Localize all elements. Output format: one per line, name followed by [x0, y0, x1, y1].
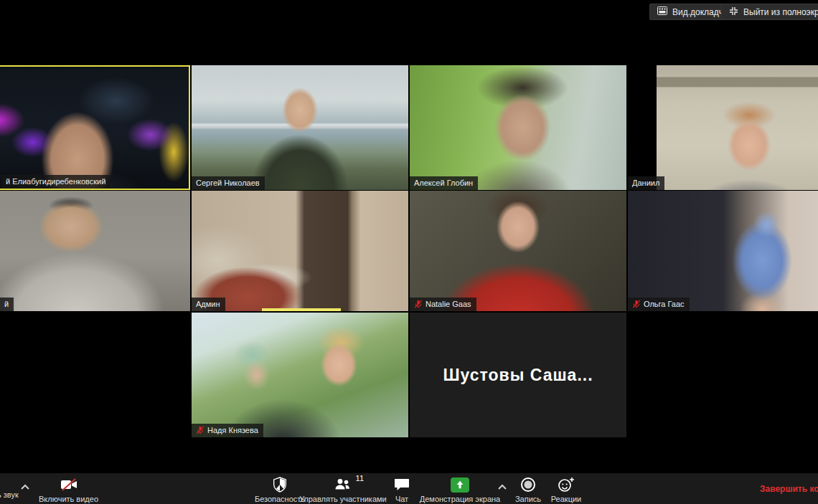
participant-name: й	[4, 300, 9, 308]
mute-label: ь звук	[0, 490, 19, 499]
participant-name: Сергей Николаев	[196, 179, 260, 187]
participant-name-label: Сергей Николаев	[192, 176, 265, 190]
record-label: Запись	[515, 495, 541, 503]
participant-name: Ольга Гаас	[644, 300, 685, 308]
shield-icon	[273, 476, 287, 493]
video-tile[interactable]: Алексей Глобин	[410, 65, 626, 190]
share-options-chevron[interactable]	[497, 480, 507, 493]
exit-fullscreen-label: Выйти из полноэкранного	[743, 7, 818, 17]
zoom-meeting-window: Вид.докладчика Выйти из полноэкранного й…	[0, 0, 818, 504]
speaker-view-icon	[657, 6, 667, 17]
participant-name-label: й	[0, 298, 14, 311]
record-icon	[520, 476, 536, 493]
video-off-icon	[60, 476, 78, 493]
participant-name-label: Алексей Глобин	[410, 176, 478, 190]
video-tile-no-video[interactable]: Шустовы Саша...	[410, 313, 626, 437]
participant-name: Шустовы Саша...	[410, 313, 626, 437]
exit-fullscreen-icon	[729, 6, 738, 18]
reactions-label: Реакции	[551, 495, 582, 503]
exit-fullscreen-button[interactable]: Выйти из полноэкранного	[721, 4, 818, 20]
video-tile[interactable]: й	[0, 191, 190, 311]
video-tile[interactable]: Даниил	[628, 65, 818, 190]
mute-button[interactable]: ь звук	[0, 489, 19, 499]
share-screen-button[interactable]: Демонстрация экрана	[413, 476, 507, 503]
participant-name-label: Даниил	[628, 176, 664, 190]
reactions-icon	[558, 476, 575, 493]
participant-name: Алексей Глобин	[414, 179, 473, 187]
muted-mic-icon	[196, 426, 204, 434]
participants-icon: 11	[334, 476, 352, 493]
video-tile[interactable]: Админ	[192, 191, 408, 311]
share-screen-label: Демонстрация экрана	[420, 495, 500, 503]
participant-name-label: Надя Князева	[192, 424, 263, 437]
video-tile[interactable]: Сергей Николаев	[192, 65, 408, 190]
participant-name: Natalie Gaas	[426, 300, 471, 308]
active-audio-indicator	[262, 308, 341, 311]
participant-name: й Елиабугидиребенковский	[6, 177, 105, 186]
muted-mic-icon	[632, 300, 641, 308]
video-tile[interactable]: Natalie Gaas	[410, 191, 626, 311]
chat-label: Чат	[395, 495, 408, 503]
video-tile[interactable]: Надя Князева	[192, 313, 408, 437]
manage-participants-label: Управлять участниками	[299, 495, 386, 503]
participant-name-label: й Елиабугидиребенковский	[1, 175, 111, 189]
participant-name-label: Админ	[192, 298, 225, 311]
participant-name: Админ	[196, 300, 220, 308]
video-tile[interactable]: Ольга Гаас	[628, 191, 818, 311]
participant-name-label: Natalie Gaas	[410, 298, 476, 311]
meeting-toolbar: ь звук Включить видео Безопасность 11 Уп…	[0, 473, 818, 504]
record-button[interactable]: Запись	[507, 476, 550, 503]
share-screen-icon	[451, 476, 469, 493]
participants-count: 11	[356, 474, 364, 482]
participant-name: Надя Князева	[207, 426, 258, 434]
mute-options-chevron[interactable]	[20, 480, 30, 493]
muted-mic-icon	[414, 300, 423, 308]
start-video-label: Включить видео	[39, 495, 98, 503]
chat-icon	[394, 476, 410, 493]
participant-name-label: Ольга Гаас	[628, 298, 690, 311]
start-video-button[interactable]: Включить видео	[34, 476, 103, 503]
reactions-button[interactable]: Реакции	[545, 476, 588, 503]
video-tile[interactable]: й Елиабугидиребенковский	[0, 65, 190, 190]
participant-name: Даниил	[632, 179, 659, 187]
end-meeting-button[interactable]: Завершить конф	[760, 473, 818, 504]
